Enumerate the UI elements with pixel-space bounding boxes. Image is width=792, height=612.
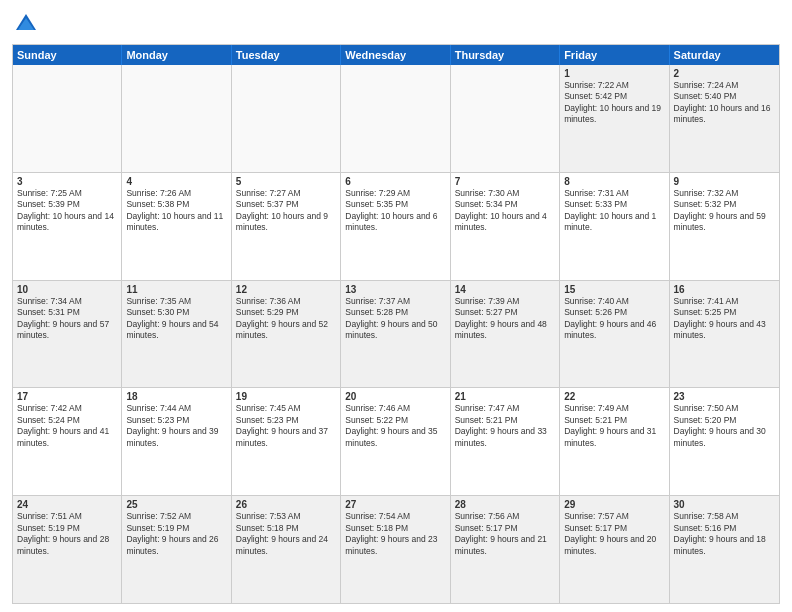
day-number: 27 — [345, 499, 445, 510]
day-info: Sunrise: 7:34 AM Sunset: 5:31 PM Dayligh… — [17, 296, 117, 342]
day-header-monday: Monday — [122, 45, 231, 65]
day-number: 14 — [455, 284, 555, 295]
day-cell-15: 15Sunrise: 7:40 AM Sunset: 5:26 PM Dayli… — [560, 281, 669, 388]
calendar: SundayMondayTuesdayWednesdayThursdayFrid… — [12, 44, 780, 604]
day-number: 29 — [564, 499, 664, 510]
day-number: 13 — [345, 284, 445, 295]
calendar-row-4: 24Sunrise: 7:51 AM Sunset: 5:19 PM Dayli… — [13, 496, 779, 603]
day-info: Sunrise: 7:41 AM Sunset: 5:25 PM Dayligh… — [674, 296, 775, 342]
day-cell-1: 1Sunrise: 7:22 AM Sunset: 5:42 PM Daylig… — [560, 65, 669, 172]
day-info: Sunrise: 7:57 AM Sunset: 5:17 PM Dayligh… — [564, 511, 664, 557]
day-info: Sunrise: 7:47 AM Sunset: 5:21 PM Dayligh… — [455, 403, 555, 449]
day-info: Sunrise: 7:42 AM Sunset: 5:24 PM Dayligh… — [17, 403, 117, 449]
day-header-sunday: Sunday — [13, 45, 122, 65]
day-info: Sunrise: 7:36 AM Sunset: 5:29 PM Dayligh… — [236, 296, 336, 342]
day-cell-16: 16Sunrise: 7:41 AM Sunset: 5:25 PM Dayli… — [670, 281, 779, 388]
day-number: 17 — [17, 391, 117, 402]
day-info: Sunrise: 7:25 AM Sunset: 5:39 PM Dayligh… — [17, 188, 117, 234]
day-cell-2: 2Sunrise: 7:24 AM Sunset: 5:40 PM Daylig… — [670, 65, 779, 172]
day-number: 15 — [564, 284, 664, 295]
day-cell-13: 13Sunrise: 7:37 AM Sunset: 5:28 PM Dayli… — [341, 281, 450, 388]
calendar-row-3: 17Sunrise: 7:42 AM Sunset: 5:24 PM Dayli… — [13, 388, 779, 496]
day-number: 25 — [126, 499, 226, 510]
day-number: 2 — [674, 68, 775, 79]
day-info: Sunrise: 7:32 AM Sunset: 5:32 PM Dayligh… — [674, 188, 775, 234]
calendar-body: 1Sunrise: 7:22 AM Sunset: 5:42 PM Daylig… — [13, 65, 779, 603]
day-header-friday: Friday — [560, 45, 669, 65]
day-cell-28: 28Sunrise: 7:56 AM Sunset: 5:17 PM Dayli… — [451, 496, 560, 603]
logo-icon — [12, 10, 40, 38]
day-cell-19: 19Sunrise: 7:45 AM Sunset: 5:23 PM Dayli… — [232, 388, 341, 495]
empty-cell-0-3 — [341, 65, 450, 172]
day-number: 26 — [236, 499, 336, 510]
day-cell-25: 25Sunrise: 7:52 AM Sunset: 5:19 PM Dayli… — [122, 496, 231, 603]
day-info: Sunrise: 7:22 AM Sunset: 5:42 PM Dayligh… — [564, 80, 664, 126]
day-info: Sunrise: 7:46 AM Sunset: 5:22 PM Dayligh… — [345, 403, 445, 449]
day-cell-4: 4Sunrise: 7:26 AM Sunset: 5:38 PM Daylig… — [122, 173, 231, 280]
day-info: Sunrise: 7:51 AM Sunset: 5:19 PM Dayligh… — [17, 511, 117, 557]
day-info: Sunrise: 7:49 AM Sunset: 5:21 PM Dayligh… — [564, 403, 664, 449]
calendar-row-1: 3Sunrise: 7:25 AM Sunset: 5:39 PM Daylig… — [13, 173, 779, 281]
empty-cell-0-1 — [122, 65, 231, 172]
day-number: 19 — [236, 391, 336, 402]
empty-cell-0-4 — [451, 65, 560, 172]
day-header-wednesday: Wednesday — [341, 45, 450, 65]
day-number: 6 — [345, 176, 445, 187]
day-cell-23: 23Sunrise: 7:50 AM Sunset: 5:20 PM Dayli… — [670, 388, 779, 495]
day-number: 22 — [564, 391, 664, 402]
day-cell-30: 30Sunrise: 7:58 AM Sunset: 5:16 PM Dayli… — [670, 496, 779, 603]
day-cell-8: 8Sunrise: 7:31 AM Sunset: 5:33 PM Daylig… — [560, 173, 669, 280]
day-info: Sunrise: 7:40 AM Sunset: 5:26 PM Dayligh… — [564, 296, 664, 342]
day-number: 10 — [17, 284, 117, 295]
calendar-row-2: 10Sunrise: 7:34 AM Sunset: 5:31 PM Dayli… — [13, 281, 779, 389]
day-number: 16 — [674, 284, 775, 295]
header — [12, 10, 780, 38]
day-number: 28 — [455, 499, 555, 510]
day-number: 11 — [126, 284, 226, 295]
day-info: Sunrise: 7:35 AM Sunset: 5:30 PM Dayligh… — [126, 296, 226, 342]
day-number: 23 — [674, 391, 775, 402]
day-info: Sunrise: 7:29 AM Sunset: 5:35 PM Dayligh… — [345, 188, 445, 234]
day-header-tuesday: Tuesday — [232, 45, 341, 65]
day-info: Sunrise: 7:50 AM Sunset: 5:20 PM Dayligh… — [674, 403, 775, 449]
day-number: 3 — [17, 176, 117, 187]
day-cell-10: 10Sunrise: 7:34 AM Sunset: 5:31 PM Dayli… — [13, 281, 122, 388]
day-number: 30 — [674, 499, 775, 510]
day-number: 9 — [674, 176, 775, 187]
day-info: Sunrise: 7:37 AM Sunset: 5:28 PM Dayligh… — [345, 296, 445, 342]
day-number: 4 — [126, 176, 226, 187]
empty-cell-0-2 — [232, 65, 341, 172]
day-cell-17: 17Sunrise: 7:42 AM Sunset: 5:24 PM Dayli… — [13, 388, 122, 495]
day-header-thursday: Thursday — [451, 45, 560, 65]
day-info: Sunrise: 7:26 AM Sunset: 5:38 PM Dayligh… — [126, 188, 226, 234]
calendar-header: SundayMondayTuesdayWednesdayThursdayFrid… — [13, 45, 779, 65]
day-cell-12: 12Sunrise: 7:36 AM Sunset: 5:29 PM Dayli… — [232, 281, 341, 388]
day-cell-22: 22Sunrise: 7:49 AM Sunset: 5:21 PM Dayli… — [560, 388, 669, 495]
day-number: 5 — [236, 176, 336, 187]
day-info: Sunrise: 7:58 AM Sunset: 5:16 PM Dayligh… — [674, 511, 775, 557]
day-info: Sunrise: 7:56 AM Sunset: 5:17 PM Dayligh… — [455, 511, 555, 557]
day-cell-26: 26Sunrise: 7:53 AM Sunset: 5:18 PM Dayli… — [232, 496, 341, 603]
day-cell-18: 18Sunrise: 7:44 AM Sunset: 5:23 PM Dayli… — [122, 388, 231, 495]
day-cell-7: 7Sunrise: 7:30 AM Sunset: 5:34 PM Daylig… — [451, 173, 560, 280]
day-cell-29: 29Sunrise: 7:57 AM Sunset: 5:17 PM Dayli… — [560, 496, 669, 603]
day-info: Sunrise: 7:54 AM Sunset: 5:18 PM Dayligh… — [345, 511, 445, 557]
day-info: Sunrise: 7:53 AM Sunset: 5:18 PM Dayligh… — [236, 511, 336, 557]
calendar-row-0: 1Sunrise: 7:22 AM Sunset: 5:42 PM Daylig… — [13, 65, 779, 173]
logo — [12, 10, 44, 38]
day-cell-21: 21Sunrise: 7:47 AM Sunset: 5:21 PM Dayli… — [451, 388, 560, 495]
day-cell-9: 9Sunrise: 7:32 AM Sunset: 5:32 PM Daylig… — [670, 173, 779, 280]
day-info: Sunrise: 7:27 AM Sunset: 5:37 PM Dayligh… — [236, 188, 336, 234]
day-number: 7 — [455, 176, 555, 187]
day-cell-24: 24Sunrise: 7:51 AM Sunset: 5:19 PM Dayli… — [13, 496, 122, 603]
day-header-saturday: Saturday — [670, 45, 779, 65]
day-info: Sunrise: 7:45 AM Sunset: 5:23 PM Dayligh… — [236, 403, 336, 449]
empty-cell-0-0 — [13, 65, 122, 172]
day-cell-27: 27Sunrise: 7:54 AM Sunset: 5:18 PM Dayli… — [341, 496, 450, 603]
day-cell-14: 14Sunrise: 7:39 AM Sunset: 5:27 PM Dayli… — [451, 281, 560, 388]
day-info: Sunrise: 7:31 AM Sunset: 5:33 PM Dayligh… — [564, 188, 664, 234]
day-number: 8 — [564, 176, 664, 187]
day-number: 1 — [564, 68, 664, 79]
day-info: Sunrise: 7:44 AM Sunset: 5:23 PM Dayligh… — [126, 403, 226, 449]
day-cell-3: 3Sunrise: 7:25 AM Sunset: 5:39 PM Daylig… — [13, 173, 122, 280]
